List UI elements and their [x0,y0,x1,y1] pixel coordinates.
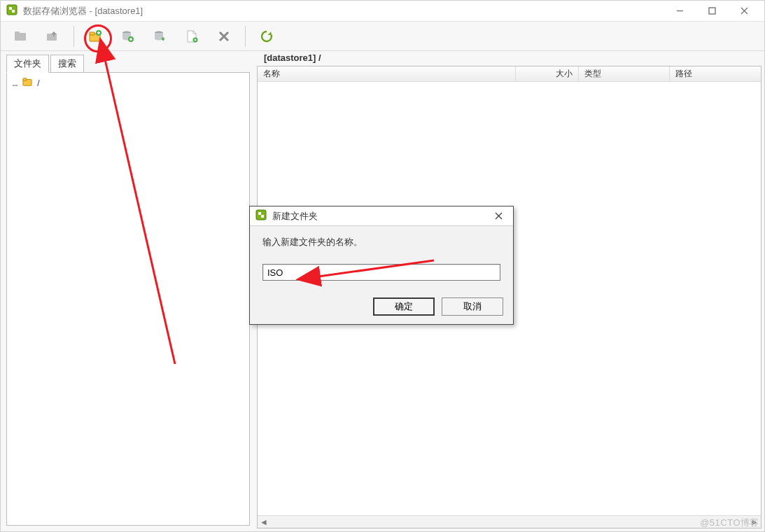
col-name[interactable]: 名称 [258,66,516,81]
tree-toggle-icon: … [13,78,17,88]
dialog-app-icon [255,209,267,223]
column-headers: 名称 大小 类型 路径 [258,66,761,82]
cancel-button[interactable]: 取消 [442,298,503,316]
new-folder-dialog: 新建文件夹 输入新建文件夹的名称。 确定 取消 [249,206,514,325]
col-size[interactable]: 大小 [516,66,579,81]
col-path[interactable]: 路径 [670,66,761,81]
tree-root-item[interactable]: … / [13,77,244,89]
tab-search[interactable]: 搜索 [50,55,84,73]
svg-rect-3 [15,31,20,34]
svg-rect-13 [23,78,27,81]
database-upload-button[interactable] [113,24,141,48]
svg-rect-6 [90,32,94,35]
new-document-button[interactable] [178,24,206,48]
window-title: 数据存储浏览器 - [datastore1] [23,5,143,18]
folder-icon [22,77,33,89]
folder-name-input[interactable] [262,264,500,281]
titlebar: 数据存储浏览器 - [datastore1] [1,1,764,22]
ok-button[interactable]: 确定 [373,298,435,316]
dialog-body: 输入新建文件夹的名称。 [250,226,513,293]
col-type[interactable]: 类型 [579,66,670,81]
folder-up-button[interactable] [38,24,66,48]
watermark: @51CTO博客 [700,517,759,529]
browse-button[interactable] [6,24,34,48]
dialog-prompt: 输入新建文件夹的名称。 [262,236,500,248]
maximize-button[interactable] [696,1,728,22]
horizontal-scrollbar[interactable]: ◄ ► [258,515,761,528]
refresh-button[interactable] [253,24,281,48]
new-folder-button[interactable] [81,24,109,48]
svg-rect-1 [709,8,715,14]
database-download-button[interactable] [146,24,174,48]
close-button[interactable] [728,1,760,22]
tree-root-label: / [37,78,39,88]
dialog-close-button[interactable] [488,206,509,226]
left-pane: 文件夹 搜索 … / [1,51,254,531]
dialog-titlebar[interactable]: 新建文件夹 [250,206,513,226]
delete-button[interactable] [210,24,238,48]
folder-tree[interactable]: … / [6,72,250,526]
dialog-buttons: 确定 取消 [250,293,513,324]
left-tabs: 文件夹 搜索 [2,54,254,72]
scroll-left-icon[interactable]: ◄ [258,516,270,528]
tab-folders[interactable]: 文件夹 [6,55,49,73]
toolbar [1,22,764,51]
dialog-title: 新建文件夹 [272,210,318,223]
path-label: [datastore1] / [257,52,762,66]
app-icon [6,4,17,18]
minimize-button[interactable] [664,1,696,22]
svg-rect-4 [47,34,57,41]
